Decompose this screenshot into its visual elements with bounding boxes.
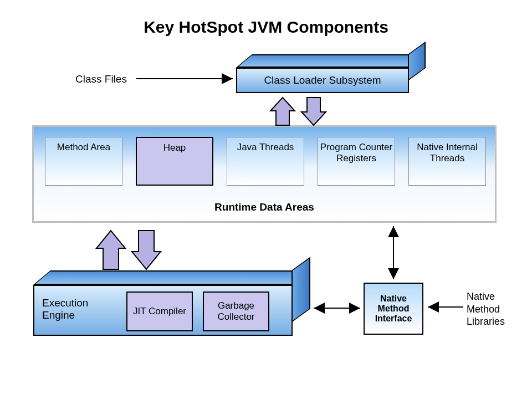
execution-engine-box: Execution Engine JIT Compiler Garbage Co… [33,285,310,351]
runtime-data-areas-label: Runtime Data Areas [34,201,495,213]
java-threads-box: Java Threads [227,137,304,186]
execution-engine-box-side [291,257,310,323]
class-files-label: Class Files [75,73,127,85]
block-arrow-down-exec [132,231,161,269]
native-method-interface-box: Native Method Interface [364,283,423,335]
class-loader-box-front: Class Loader Subsystem [236,68,409,93]
execution-engine-box-front: Execution Engine JIT Compiler Garbage Co… [33,285,293,336]
block-arrow-up-exec [96,231,125,269]
class-loader-label: Class Loader Subsystem [264,74,381,86]
method-area-box: Method Area [45,137,122,186]
execution-engine-label: Execution Engine [42,297,103,321]
pc-registers-box: Program Counter Registers [318,137,395,186]
class-loader-box: Class Loader Subsystem [236,68,424,104]
diagram-title: Key HotSpot JVM Components [0,18,532,37]
heap-box: Heap [136,137,213,186]
native-method-libraries-label: Native Method Libraries [467,290,528,328]
native-threads-box: Native Internal Threads [408,137,486,186]
execution-engine-box-top [33,270,310,285]
class-loader-box-top [236,54,425,68]
class-loader-box-side [408,42,426,81]
garbage-collector-box: Garbage Collector [203,291,269,331]
jit-compiler-box: JIT Compiler [126,291,193,331]
runtime-data-areas-box: Method Area Heap Java Threads Program Co… [32,125,497,223]
